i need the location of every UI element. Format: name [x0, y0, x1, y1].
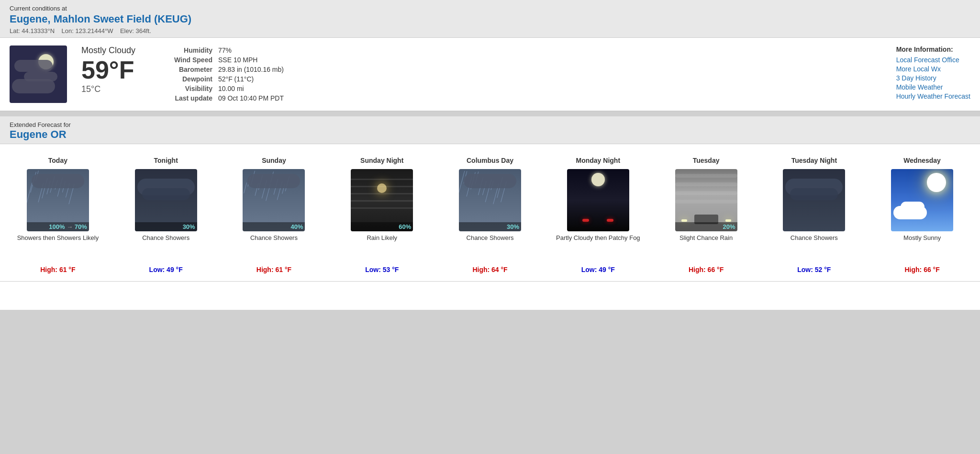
day-description: Partly Cloudy then Patchy Fog — [547, 234, 649, 263]
forecast-icon: 20% — [675, 169, 737, 231]
forecast-icon — [567, 169, 629, 231]
station-coords: Lat: 44.13333°N Lon: 123.21444°W Elev: 3… — [10, 27, 970, 34]
dew-label: Dewpoint — [172, 74, 216, 84]
day-name: Tuesday — [655, 152, 757, 169]
humidity-value: 77% — [216, 45, 286, 55]
day-name: Wednesday — [871, 152, 973, 169]
visibility-row: Visibility 10.00 mi — [172, 84, 286, 93]
extended-location: Eugene OR — [10, 128, 970, 141]
day-name: Monday Night — [547, 152, 649, 169]
barometer-row: Barometer 29.83 in (1010.16 mb) — [172, 65, 286, 74]
temp-fahrenheit: 59°F — [81, 57, 158, 82]
forecast-icon: 30% — [459, 169, 521, 231]
forecast-icon — [783, 169, 845, 231]
more-info-link-1[interactable]: More Local Wx — [896, 65, 970, 73]
forecast-icon — [891, 169, 953, 231]
forecast-icon: 60% — [351, 169, 413, 231]
day-temp: Low: 49 °F — [547, 266, 649, 273]
extended-forecast-header: Extended Forecast for Eugene OR — [0, 116, 980, 144]
day-temp: High: 66 °F — [871, 266, 973, 273]
baro-value: 29.83 in (1010.16 mb) — [216, 65, 286, 74]
humidity-row: Humidity 77% — [172, 45, 286, 55]
forecast-icon: 100% → 70% — [27, 169, 89, 231]
day-temp: Low: 49 °F — [115, 266, 217, 273]
forecast-day: Tonight30%Chance ShowersLow: 49 °F — [113, 152, 219, 273]
wind-value: SSE 10 MPH — [216, 55, 286, 65]
day-name: Sunday — [223, 152, 325, 169]
update-value: 09 Oct 10:40 PM PDT — [216, 93, 286, 103]
more-info-block: More Information: Local Forecast OfficeM… — [896, 45, 970, 102]
day-name: Sunday Night — [331, 152, 433, 169]
day-description: Chance Showers — [763, 234, 865, 263]
precip-badge: 30% — [459, 222, 521, 231]
weather-details: Humidity 77% Wind Speed SSE 10 MPH Barom… — [172, 45, 306, 103]
more-links-list: Local Forecast OfficeMore Local Wx3 Day … — [896, 56, 970, 100]
lon-val: 123.21444°W — [76, 27, 113, 34]
day-temp: High: 61 °F — [7, 266, 109, 273]
day-name: Columbus Day — [439, 152, 541, 169]
precip-badge: 40% — [243, 222, 305, 231]
vis-value: 10.00 mi — [216, 84, 286, 93]
page-wrapper: Current conditions at Eugene, Mahlon Swe… — [0, 0, 980, 310]
station-name: Eugene, Mahlon Sweet Field (KEUG) — [10, 13, 970, 25]
current-conditions-header: Current conditions at Eugene, Mahlon Swe… — [0, 0, 980, 38]
precip-badge: 100% → 70% — [27, 222, 89, 231]
forecast-day: Columbus Day30%Chance ShowersHigh: 64 °F — [437, 152, 543, 273]
wind-row: Wind Speed SSE 10 MPH — [172, 55, 286, 65]
current-weather-icon — [10, 45, 67, 103]
day-description: Slight Chance Rain — [655, 234, 757, 263]
humidity-label: Humidity — [172, 45, 216, 55]
lon-label: Lon: — [62, 27, 74, 34]
vis-label: Visibility — [172, 84, 216, 93]
forecast-icon: 30% — [135, 169, 197, 231]
temp-celsius: 15°C — [81, 84, 158, 94]
baro-label: Barometer — [172, 65, 216, 74]
forecast-day: WednesdayMostly SunnyHigh: 66 °F — [869, 152, 975, 273]
forecast-day: Today100% → 70%Showers then Showers Like… — [5, 152, 111, 273]
more-info-link-3[interactable]: Mobile Weather — [896, 83, 970, 91]
day-temp: High: 66 °F — [655, 266, 757, 273]
condition-text: Mostly Cloudy — [81, 45, 158, 56]
lat-val: 44.13333°N — [22, 27, 55, 34]
day-description: Chance Showers — [115, 234, 217, 263]
forecast-day: Sunday Night60%Rain LikelyLow: 53 °F — [329, 152, 435, 273]
day-temp: High: 64 °F — [439, 266, 541, 273]
forecast-day: Tuesday NightChance ShowersLow: 52 °F — [761, 152, 867, 273]
precip-badge: 60% — [351, 222, 413, 231]
day-name: Today — [7, 152, 109, 169]
forecast-day: Sunday40%Chance ShowersHigh: 61 °F — [221, 152, 327, 273]
forecast-grid: Today100% → 70%Showers then Showers Like… — [0, 144, 980, 281]
more-info-link-2[interactable]: 3 Day History — [896, 74, 970, 82]
elev-label: Elev: — [120, 27, 134, 34]
lat-label: Lat: — [10, 27, 20, 34]
more-info-link-4[interactable]: Hourly Weather Forecast — [896, 92, 970, 100]
day-name: Tuesday Night — [763, 152, 865, 169]
more-info-link-0[interactable]: Local Forecast Office — [896, 56, 970, 64]
bottom-section — [0, 281, 980, 310]
day-description: Chance Showers — [223, 234, 325, 263]
current-conditions-body: Mostly Cloudy 59°F 15°C Humidity 77% Win… — [0, 38, 980, 112]
day-description: Rain Likely — [331, 234, 433, 263]
precip-badge: 20% — [675, 222, 737, 231]
forecast-icon: 40% — [243, 169, 305, 231]
day-name: Tonight — [115, 152, 217, 169]
day-temp: Low: 52 °F — [763, 266, 865, 273]
extended-label: Extended Forecast for — [10, 121, 970, 128]
forecast-day: Tuesday20%Slight Chance RainHigh: 66 °F — [653, 152, 759, 273]
day-temp: Low: 53 °F — [331, 266, 433, 273]
temp-block: Mostly Cloudy 59°F 15°C — [81, 45, 158, 94]
wind-label: Wind Speed — [172, 55, 216, 65]
day-description: Chance Showers — [439, 234, 541, 263]
update-row: Last update 09 Oct 10:40 PM PDT — [172, 93, 286, 103]
precip-badge: 30% — [135, 222, 197, 231]
dew-value: 52°F (11°C) — [216, 74, 286, 84]
day-temp: High: 61 °F — [223, 266, 325, 273]
update-label: Last update — [172, 93, 216, 103]
dewpoint-row: Dewpoint 52°F (11°C) — [172, 74, 286, 84]
forecast-day: Monday NightPartly Cloudy then Patchy Fo… — [545, 152, 651, 273]
elev-val: 364ft. — [135, 27, 151, 34]
more-info-title: More Information: — [896, 45, 970, 53]
day-description: Showers then Showers Likely — [7, 234, 109, 263]
current-conditions-label: Current conditions at — [10, 5, 970, 12]
day-description: Mostly Sunny — [871, 234, 973, 263]
